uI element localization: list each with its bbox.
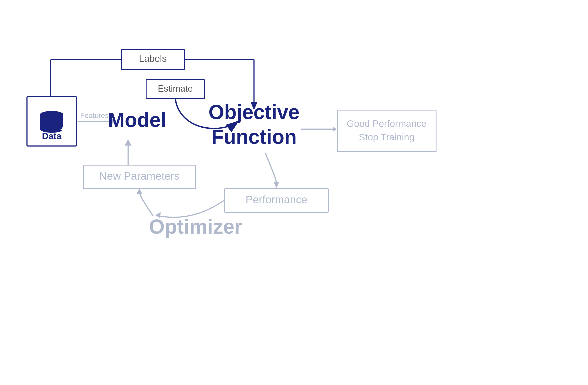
db-top bbox=[40, 111, 63, 118]
data-label: Data bbox=[42, 131, 62, 141]
perf-to-optimizer-arc bbox=[157, 200, 225, 217]
obj-func-line2: Function bbox=[211, 125, 297, 148]
optimizer-label: Optimizer bbox=[149, 215, 242, 238]
obj-func-line1: Objective bbox=[208, 101, 299, 123]
good-performance-box bbox=[337, 110, 436, 152]
estimate-text: Estimate bbox=[158, 83, 193, 93]
model-label: Model bbox=[108, 109, 166, 131]
diagram-container: Labels Estimate + Data Featur bbox=[0, 0, 588, 385]
labels-text: Labels bbox=[139, 53, 167, 64]
good-perf-text2: Stop Training bbox=[359, 132, 415, 142]
performance-text: Performance bbox=[246, 194, 308, 205]
obj-to-good-arrow bbox=[333, 126, 337, 132]
features-label: Features bbox=[80, 111, 108, 120]
obj-to-perf-arc bbox=[265, 153, 276, 184]
obj-to-perf-arrow bbox=[274, 182, 279, 188]
good-perf-text1: Good Performance bbox=[347, 118, 427, 129]
new-parameters-text: New Parameters bbox=[99, 170, 179, 182]
optimizer-to-newparam-arc bbox=[139, 191, 153, 216]
newparam-to-model-arrow bbox=[125, 139, 131, 145]
